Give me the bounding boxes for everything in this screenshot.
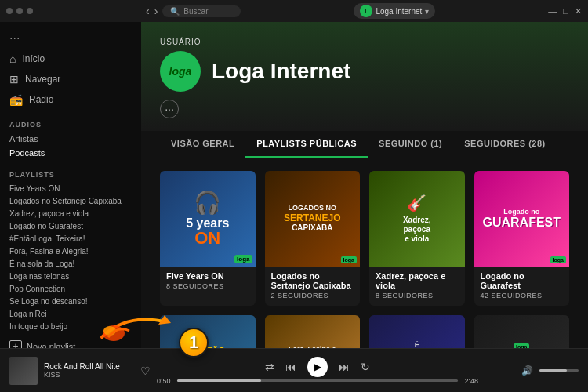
playlists-grid: 🎧 5 years ON loga Five Years ON 8 SEGUID…: [160, 171, 569, 348]
playlists-grid-section: 🎧 5 years ON loga Five Years ON 8 SEGUID…: [141, 158, 588, 348]
playlist-card-sola[interactable]: É NA SOLA DA LOGA! É na sola da Loga! 6 …: [369, 315, 465, 349]
playlist-followers: 42 SEGUIDORES: [481, 292, 564, 299]
tab-seguindo[interactable]: SEGUINDO (1): [368, 131, 453, 158]
play-pause-button[interactable]: ▶: [307, 357, 328, 377]
logado-text: Logado no: [482, 208, 561, 216]
on-text: ON: [186, 230, 229, 247]
pacoca-text: paçoca: [403, 225, 431, 234]
progress-fill: [177, 379, 262, 382]
tab-visao-geral[interactable]: VISÃO GERAL: [160, 131, 245, 158]
playlist-card-image: Logado no GUARAFEST loga: [474, 171, 570, 267]
tab-seguidores[interactable]: SEGUIDORES (28): [453, 131, 556, 158]
playlist-card-xadrez[interactable]: 🎸 Xadrez, paçoca e viola Xadrez, paçoca …: [369, 171, 465, 306]
xadrez-text: Xadrez,: [403, 216, 431, 225]
card3-bg: 🎸 Xadrez, paçoca e viola: [369, 171, 465, 267]
window-controls: — □ ✕: [548, 6, 582, 16]
list-item[interactable]: Five Years ON: [9, 182, 132, 194]
title-bar-user[interactable]: L Loga Internet ▾: [354, 3, 435, 19]
playlist-card-five-years[interactable]: 🎧 5 years ON loga Five Years ON 8 SEGUID…: [160, 171, 256, 306]
sidebar-label-inicio: Início: [22, 53, 45, 64]
list-item[interactable]: Se Loga no descanso!: [9, 295, 132, 307]
list-item[interactable]: Logado no Guarafest: [9, 220, 132, 232]
more-options-button[interactable]: ···: [160, 100, 179, 118]
prev-button[interactable]: ⏮: [285, 361, 296, 373]
sidebar: ··· ⌂ Início ⊞ Navegar 📻 Rádio AUDIOS Ar…: [0, 22, 141, 348]
profile-type-label: USUÁRIO: [160, 38, 569, 46]
user-name-label: Loga Internet: [376, 7, 422, 16]
playlist-followers: 2 SEGUIDORES: [271, 292, 354, 299]
repeat-button[interactable]: ↻: [361, 361, 370, 373]
playlist-card-guarafest[interactable]: Logado no GUARAFEST loga Logado no Guara…: [474, 171, 570, 306]
search-icon: 🔍: [170, 7, 180, 16]
search-bar[interactable]: 🔍 Buscar: [162, 5, 241, 17]
card2-bg: Logados no SERTANEJO CAPIXABA loga: [265, 171, 361, 267]
playlist-card-sertanejo[interactable]: Logados no SERTANEJO CAPIXABA loga Logad…: [265, 171, 361, 306]
progress-bar[interactable]: [177, 379, 459, 382]
list-item[interactable]: Xadrez, paçoca e viola: [9, 207, 132, 220]
sidebar-menu-dots[interactable]: ···: [9, 28, 132, 49]
sidebar-item-radio[interactable]: 📻 Rádio: [9, 89, 132, 110]
dot-3: [27, 8, 33, 14]
list-item[interactable]: Loga nas telonas: [9, 270, 132, 282]
playlist-card-telonas[interactable]: loga NAS TELONAS! ⭐ Loga nas telonas 4 S…: [474, 315, 570, 349]
playlist-card-info: Logado no Guarafest 42 SEGUIDORES: [474, 267, 570, 306]
next-button[interactable]: ⏭: [339, 361, 350, 373]
card8-text: loga NAS TELONAS! ⭐: [492, 343, 551, 348]
playlist-title: Five Years ON: [166, 271, 249, 281]
player-right: 🔊: [485, 365, 579, 376]
list-item[interactable]: In toque do beijo: [9, 320, 132, 332]
playlist-card-image: Logados no SERTANEJO CAPIXABA loga: [265, 171, 361, 267]
loga-badge: loga: [234, 255, 252, 263]
tab-playlists-publicas[interactable]: PLAYLISTS PÚBLICAS: [245, 131, 368, 158]
playlist-card-info: Five Years ON 8 SEGUIDORES: [160, 267, 256, 296]
new-playlist-button[interactable]: + Nova playlist: [0, 336, 141, 348]
card1-bg: 🎧 5 years ON loga: [160, 171, 256, 267]
close-button[interactable]: ✕: [575, 6, 582, 16]
playlist-card-fora-fasina[interactable]: Fora, Fasina e Alegria! loga Fora, Fasin…: [265, 315, 361, 349]
volume-bar[interactable]: [539, 369, 579, 372]
playlist-card-info: Logados no Sertanejo Capixaba 2 SEGUIDOR…: [265, 267, 361, 306]
list-item[interactable]: Logados no Sertanejo Capixaba: [9, 194, 132, 207]
playlist-title: Xadrez, paçoca e viola: [376, 271, 459, 290]
list-item[interactable]: Loga n'Rei: [9, 307, 132, 320]
forward-arrow-icon[interactable]: ›: [154, 5, 158, 17]
playlists-section: PLAYLISTS Five Years ON Logados no Serta…: [0, 165, 141, 332]
playback-bar: Rock And Roll All Nite KISS ♡ ⇄ ⏮ ▶ ⏭ ↻ …: [0, 348, 588, 392]
sidebar-item-podcasts[interactable]: Podcasts: [9, 146, 132, 160]
new-playlist-label: Nova playlist: [27, 342, 75, 348]
playlist-card-image: É NA SOLA DA LOGA!: [369, 315, 465, 349]
loga-badge: loga: [341, 256, 357, 263]
shuffle-button[interactable]: ⇄: [265, 361, 274, 373]
heart-icon[interactable]: ♡: [140, 365, 151, 377]
player-buttons: ⇄ ⏮ ▶ ⏭ ↻: [265, 357, 370, 377]
dot-2: [16, 8, 23, 14]
main-layout: ··· ⌂ Início ⊞ Navegar 📻 Rádio AUDIOS Ar…: [0, 22, 588, 348]
current-time: 0:50: [157, 377, 171, 385]
sertanejo-text: SERTANEJO: [284, 212, 340, 223]
card2-text: Logados no SERTANEJO CAPIXABA: [284, 204, 340, 233]
minimize-button[interactable]: —: [548, 6, 557, 16]
playlist-followers: 8 SEGUIDORES: [376, 292, 459, 299]
track-title: Rock And Roll All Nite: [44, 362, 134, 371]
list-item[interactable]: #EntãoLoga, Teixeira!: [9, 232, 132, 245]
list-item[interactable]: É na sola da Loga!: [9, 257, 132, 270]
e-text: É: [399, 341, 434, 348]
maximize-button[interactable]: □: [563, 6, 568, 16]
player-controls: ⇄ ⏮ ▶ ⏭ ↻ 0:50 2:48: [157, 357, 478, 385]
sidebar-item-inicio[interactable]: ⌂ Início: [9, 49, 132, 69]
profile-info: loga Loga Internet: [160, 51, 569, 92]
sidebar-item-navegar[interactable]: ⊞ Navegar: [9, 69, 132, 89]
playlist-title: Logado no Guarafest: [481, 271, 564, 290]
total-time: 2:48: [464, 377, 478, 385]
guarafest-text: GUARAFEST: [482, 216, 561, 230]
back-arrow-icon[interactable]: ‹: [146, 5, 150, 17]
list-item[interactable]: Fora, Fasina e Alegria!: [9, 245, 132, 257]
user-avatar-small: L: [360, 5, 372, 17]
logo-text: loga: [169, 65, 192, 78]
playlist-card-image: Fora, Fasina e Alegria! loga: [265, 315, 361, 349]
audios-section-title: AUDIOS: [9, 121, 132, 129]
sidebar-item-artistas[interactable]: Artistas: [9, 132, 132, 146]
card8-bg: loga NAS TELONAS! ⭐: [474, 315, 570, 349]
list-item[interactable]: Pop Connection: [9, 282, 132, 295]
title-bar-dots: [6, 8, 33, 14]
